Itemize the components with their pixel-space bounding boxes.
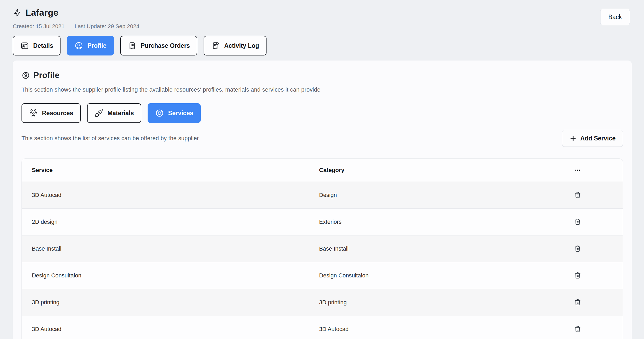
cell-category: Base Install (319, 246, 533, 252)
cell-category: Design Consultaion (319, 272, 533, 279)
column-header-service: Service (22, 167, 319, 174)
delete-service-button[interactable] (572, 270, 583, 281)
subtab-label: Materials (108, 110, 134, 117)
back-button[interactable]: Back (600, 9, 630, 25)
created-date: Created: 15 Jul 2021 (13, 23, 65, 29)
profile-card: Profile This section shows the supplier … (13, 61, 632, 339)
log-receipt-icon (211, 41, 220, 50)
brush-icon (95, 109, 104, 118)
tab-details[interactable]: Details (13, 36, 61, 55)
subtab-resources[interactable]: Resources (22, 103, 81, 123)
cell-service: 3D Autocad (22, 192, 319, 199)
table-row: 3D printing 3D printing (22, 289, 623, 316)
table-row: 3D Autocad 3D Autocad (22, 316, 623, 339)
table-row: Base Install Base Install (22, 235, 623, 262)
tab-purchase-orders[interactable]: Purchase Orders (120, 36, 197, 55)
receipt-icon (128, 41, 137, 50)
subtab-materials[interactable]: Materials (87, 103, 141, 123)
trash-icon (573, 324, 582, 334)
cell-category: Design (319, 192, 533, 199)
last-update-date: Last Update: 29 Sep 2024 (75, 23, 139, 29)
lifebuoy-icon (155, 109, 164, 118)
cell-category: 3D Autocad (319, 326, 533, 333)
tab-activity-log[interactable]: Activity Log (204, 36, 267, 55)
cell-service: Design Consultaion (22, 272, 319, 279)
page-title: Lafarge (25, 7, 58, 18)
services-description: This section shows the list of services … (22, 135, 199, 142)
subtab-label: Resources (42, 110, 73, 117)
cell-category: 3D printing (319, 299, 533, 306)
cell-category: Exteriors (319, 219, 533, 225)
column-header-category: Category (319, 167, 533, 174)
profile-subtabs: Resources Materials Services (22, 103, 623, 123)
tab-label: Profile (87, 42, 106, 49)
profile-description: This section shows the supplier profile … (22, 87, 623, 93)
subtab-services[interactable]: Services (148, 103, 201, 123)
cell-service: 3D printing (22, 299, 319, 306)
cell-service: 2D design (22, 219, 319, 225)
id-card-icon (20, 41, 29, 50)
trash-icon (573, 298, 582, 307)
delete-service-button[interactable] (572, 189, 583, 201)
table-row: Design Consultaion Design Consultaion (22, 262, 623, 289)
table-row: 3D Autocad Design (22, 182, 623, 208)
trash-icon (573, 217, 582, 227)
cell-service: 3D Autocad (22, 326, 319, 333)
tab-profile[interactable]: Profile (67, 36, 114, 55)
tab-label: Activity Log (224, 42, 259, 49)
trash-icon (573, 190, 582, 200)
delete-service-button[interactable] (572, 216, 583, 228)
delete-service-button[interactable] (572, 297, 583, 308)
plus-icon (569, 135, 577, 142)
tab-label: Details (33, 42, 53, 49)
users-group-icon (29, 109, 38, 118)
table-header-row: Service Category (22, 159, 623, 182)
user-circle-icon (74, 41, 83, 50)
table-row: 2D design Exteriors (22, 208, 623, 235)
profile-section-title: Profile (33, 71, 59, 80)
tab-label: Purchase Orders (141, 42, 190, 49)
dots-menu-icon[interactable] (574, 167, 581, 174)
supplier-header: Lafarge Back Created: 15 Jul 2021 Last U… (0, 0, 644, 55)
trash-icon (573, 244, 582, 254)
main-tabs: Details Profile Purchase Orders Activity… (13, 36, 630, 55)
subtab-label: Services (168, 110, 193, 117)
cell-service: Base Install (22, 246, 319, 252)
add-service-button[interactable]: Add Service (562, 130, 623, 147)
delete-service-button[interactable] (572, 323, 583, 335)
add-service-label: Add Service (580, 135, 616, 142)
delete-service-button[interactable] (572, 243, 583, 255)
trash-icon (573, 271, 582, 280)
user-circle-icon (22, 71, 30, 80)
bolt-icon (13, 8, 22, 17)
services-table: Service Category 3D Autocad Design 2D de… (22, 158, 623, 339)
